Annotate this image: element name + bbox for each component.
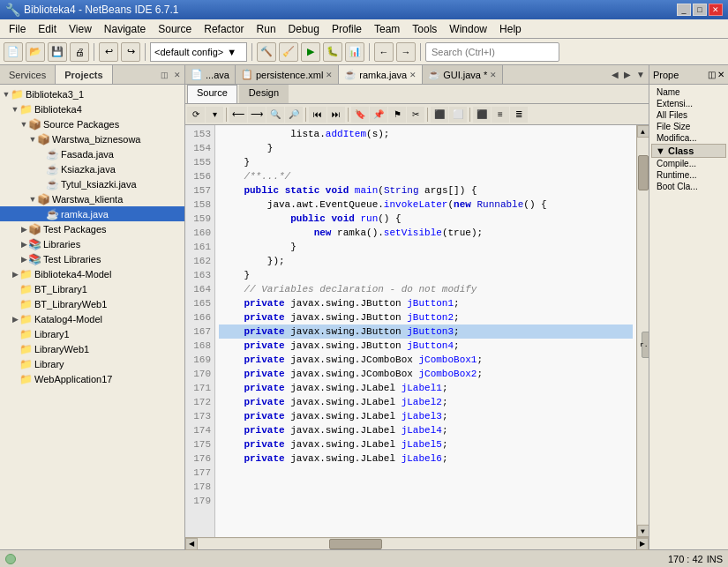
code-content[interactable]: lista.addItem(s); } } /**...*/ public st… [215, 125, 636, 537]
tree-toggle[interactable]: ▼ [28, 135, 37, 144]
tree-item-2[interactable]: ▼📦Source Packages [0, 116, 184, 131]
tree-item-4[interactable]: ☕Fasada.java [0, 146, 184, 161]
et-btn-4[interactable]: ⟶ [248, 107, 266, 123]
tab-menu-icon[interactable]: ▼ [634, 70, 647, 79]
menu-item-source[interactable]: Source [153, 21, 197, 37]
back-button[interactable]: ← [374, 42, 394, 62]
search-input[interactable] [425, 42, 559, 62]
et-btn-9[interactable]: 🔖 [351, 107, 369, 123]
tab-close-icon[interactable]: ✕ [490, 71, 497, 79]
et-btn-7[interactable]: ⏮ [309, 107, 326, 123]
et-btn-8[interactable]: ⏭ [327, 107, 345, 123]
rp-item-2[interactable]: All Files [651, 109, 726, 121]
et-btn-14[interactable]: ⬜ [449, 107, 467, 123]
tree-item-9[interactable]: ▶📦Test Packages [0, 221, 184, 236]
et-btn-12[interactable]: ✂ [407, 107, 424, 123]
services-tab[interactable]: Services [0, 65, 56, 84]
tab-scroll-left-icon[interactable]: ◀ [610, 70, 620, 79]
tree-item-7[interactable]: ▼📦Warstwa_klienta [0, 191, 184, 206]
menu-item-help[interactable]: Help [494, 21, 527, 37]
projects-tab[interactable]: Projects [56, 65, 112, 84]
rph-close-icon[interactable]: ✕ [717, 70, 724, 79]
config-dropdown[interactable]: <default config> ▼ [150, 42, 247, 62]
tree-item-14[interactable]: 📁BT_LibraryWeb1 [0, 296, 184, 311]
rp-class-item-0[interactable]: Compile... [651, 158, 726, 169]
debug-button[interactable]: 🐛 [323, 42, 342, 62]
rp-item-0[interactable]: Name [651, 86, 726, 98]
tab-scroll-right-icon[interactable]: ▶ [622, 70, 633, 79]
menu-item-run[interactable]: Run [251, 21, 281, 37]
tree-item-18[interactable]: 📁Library [0, 356, 184, 371]
print-button[interactable]: 🖨 [70, 42, 89, 62]
tree-toggle[interactable]: ▼ [19, 120, 28, 129]
tree-toggle[interactable]: ▶ [11, 270, 19, 279]
vertical-scrollbar[interactable]: ▲ r... ▼ [636, 125, 649, 537]
menu-item-refactor[interactable]: Refactor [199, 21, 249, 37]
design-tab[interactable]: Design [239, 85, 289, 103]
tree-item-6[interactable]: ☕Tytul_ksiazki.java [0, 176, 184, 191]
tree-item-11[interactable]: ▶📚Test Libraries [0, 251, 184, 266]
forward-button[interactable]: → [396, 42, 416, 62]
editor-tab-0[interactable]: 📄...ava [185, 65, 236, 84]
hscroll-right-button[interactable]: ▶ [636, 538, 649, 550]
rp-class-item-2[interactable]: Boot Cla... [651, 181, 726, 192]
panel-close-icon[interactable]: ✕ [172, 71, 183, 79]
rp-class-item-1[interactable]: Runtime... [651, 169, 726, 181]
undo-button[interactable]: ↩ [99, 42, 118, 62]
horizontal-scrollbar[interactable]: ◀ ▶ [185, 537, 649, 549]
tree-toggle[interactable]: ▶ [11, 315, 19, 324]
hscroll-track[interactable] [198, 539, 636, 549]
menu-item-profile[interactable]: Profile [326, 21, 367, 37]
tree-toggle[interactable]: ▶ [19, 240, 28, 249]
editor-tab-1[interactable]: 📋persistence.xml✕ [236, 65, 339, 84]
scroll-up-button[interactable]: ▲ [637, 125, 649, 138]
panel-maximize-icon[interactable]: ◫ [159, 71, 170, 79]
scroll-thumb[interactable] [638, 155, 649, 190]
et-btn-11[interactable]: ⚑ [388, 107, 406, 123]
et-btn-6[interactable]: 🔎 [285, 107, 303, 123]
menu-item-edit[interactable]: Edit [33, 21, 62, 37]
editor-tab-2[interactable]: ☕ramka.java✕ [339, 65, 423, 84]
window-controls[interactable]: _ □ ✕ [677, 4, 723, 16]
rph-maximize-icon[interactable]: ◫ [708, 70, 716, 79]
et-btn-13[interactable]: ⬛ [431, 107, 448, 123]
save-button[interactable]: 💾 [48, 42, 67, 62]
redo-button[interactable]: ↪ [121, 42, 140, 62]
rp-class-section-header[interactable]: ▼ Class [651, 144, 726, 158]
tree-item-0[interactable]: ▼📁Biblioteka3_1 [0, 86, 184, 101]
tree-toggle[interactable]: ▼ [2, 90, 11, 99]
et-btn-3[interactable]: ⟵ [229, 107, 247, 123]
et-btn-15[interactable]: ⬛ [473, 107, 491, 123]
tree-toggle[interactable]: ▼ [11, 105, 19, 114]
menu-item-window[interactable]: Window [444, 21, 492, 37]
run-button[interactable]: ▶ [301, 42, 320, 62]
build-button[interactable]: 🔨 [257, 42, 276, 62]
code-editor[interactable]: 1531541551561571581591601611621631641651… [185, 125, 649, 537]
rp-item-4[interactable]: Modifica... [651, 132, 726, 144]
tree-item-16[interactable]: 📁Library1 [0, 326, 184, 341]
tree-item-1[interactable]: ▼📁Biblioteka4 [0, 101, 184, 116]
tree-toggle[interactable]: ▶ [19, 255, 28, 264]
open-button[interactable]: 📂 [26, 42, 45, 62]
tree-item-5[interactable]: ☕Ksiazka.java [0, 161, 184, 176]
et-btn-2[interactable]: ▾ [206, 107, 223, 123]
close-button[interactable]: ✕ [709, 4, 723, 16]
menu-item-file[interactable]: File [4, 21, 31, 37]
tab-close-icon[interactable]: ✕ [409, 71, 417, 79]
tree-item-17[interactable]: 📁LibraryWeb1 [0, 341, 184, 356]
menu-item-debug[interactable]: Debug [283, 21, 325, 37]
source-tab[interactable]: Source [187, 85, 237, 103]
et-btn-1[interactable]: ⟳ [187, 107, 205, 123]
menu-item-navigate[interactable]: Navigate [99, 21, 151, 37]
tree-item-19[interactable]: 📁WebApplication17 [0, 371, 184, 386]
et-btn-5[interactable]: 🔍 [266, 107, 284, 123]
menu-item-view[interactable]: View [64, 21, 97, 37]
scroll-track[interactable]: r... [638, 138, 649, 525]
et-btn-16[interactable]: ≡ [492, 107, 509, 123]
editor-tab-3[interactable]: ☕GUI.java *✕ [423, 65, 503, 84]
tree-item-8[interactable]: ☕ramka.java [0, 206, 184, 221]
profile-button[interactable]: 📊 [345, 42, 364, 62]
tree-item-12[interactable]: ▶📁Biblioteka4-Model [0, 266, 184, 281]
tree-item-13[interactable]: 📁BT_Library1 [0, 281, 184, 296]
et-btn-10[interactable]: 📌 [370, 107, 387, 123]
